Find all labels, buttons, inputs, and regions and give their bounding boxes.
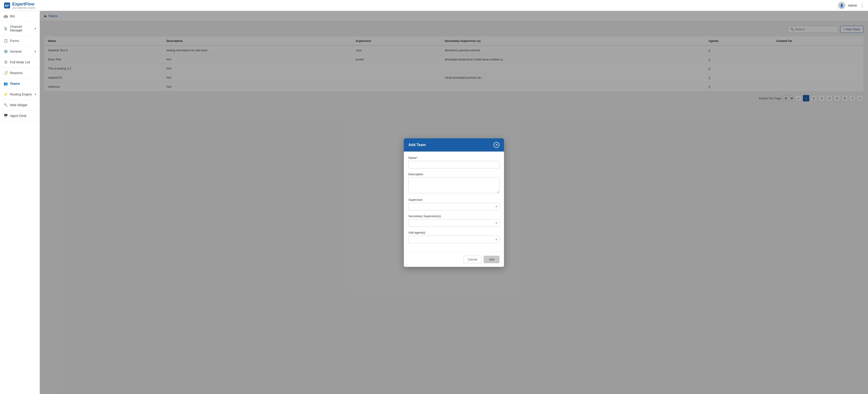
sidebar-item-label: Forms: [10, 39, 19, 43]
app-header: EF ExpertFlow your callcenter experts 👤 …: [0, 0, 868, 11]
sidebar-item-bot[interactable]: 🤖 Bot: [0, 11, 40, 22]
agent-desk-icon: 🖥️: [4, 114, 8, 118]
modal-overlay: Add Team ✕ Name* Description Supervisor: [40, 11, 868, 394]
name-label: Name*: [408, 156, 499, 160]
sidebar-item-teams[interactable]: 👥 Teams: [0, 78, 40, 89]
sidebar-item-label: Reasons: [10, 71, 23, 75]
supervisor-select[interactable]: [408, 203, 499, 210]
name-form-group: Name*: [408, 156, 499, 168]
sidebar: 🤖 Bot 📡 Channel Manager ▾ 📋 Forms ⚙️ Gen…: [0, 11, 40, 394]
svg-text:EF: EF: [5, 4, 9, 7]
sidebar-item-channel-manager[interactable]: 📡 Channel Manager ▾: [0, 22, 40, 35]
add-button[interactable]: Add: [484, 256, 499, 263]
cancel-button[interactable]: Cancel: [463, 256, 481, 263]
secondary-supervisor-select[interactable]: [408, 219, 499, 227]
routing-engine-icon: ⚡: [4, 92, 8, 96]
modal-footer: Cancel Add: [404, 252, 504, 267]
add-agents-form-group: Add agent(s): [408, 231, 499, 243]
sidebar-item-label: Web Widget: [10, 103, 27, 107]
sidebar-item-label: Bot: [10, 15, 15, 18]
sidebar-item-label: General: [10, 50, 22, 53]
avatar: 👤: [838, 2, 845, 9]
web-widget-icon: 🔧: [4, 103, 8, 107]
name-input[interactable]: [408, 161, 499, 168]
chevron-down-icon: ▾: [35, 50, 36, 53]
description-textarea[interactable]: [408, 177, 499, 193]
admin-label: Admin: [848, 4, 857, 7]
add-agents-select[interactable]: [408, 236, 499, 243]
header-right: 👤 Admin ⋮: [838, 2, 864, 9]
logo: EF ExpertFlow your callcenter experts: [4, 2, 35, 9]
sidebar-item-routing-engine[interactable]: ⚡ Routing Engine ▾: [0, 89, 40, 100]
sidebar-item-pull-mode-list[interactable]: ☰ Pull Mode List: [0, 57, 40, 68]
sidebar-item-label: Agent Desk: [10, 114, 26, 118]
chevron-down-icon: ▾: [35, 27, 36, 30]
app-tagline: your callcenter experts: [12, 7, 35, 9]
sidebar-item-web-widget[interactable]: 🔧 Web Widget: [0, 100, 40, 111]
supervisor-label: Supervisor: [408, 198, 499, 201]
sidebar-item-label: Pull Mode List: [10, 60, 30, 64]
description-label: Description: [408, 172, 499, 176]
add-agents-select-wrapper: [408, 236, 499, 243]
modal-body: Name* Description Supervisor: [404, 151, 504, 252]
sidebar-item-label: Channel Manager: [10, 25, 32, 32]
channel-manager-icon: 📡: [4, 26, 8, 31]
teams-icon: 👥: [4, 82, 8, 86]
main-layout: 🤖 Bot 📡 Channel Manager ▾ 📋 Forms ⚙️ Gen…: [0, 11, 868, 394]
general-icon: ⚙️: [4, 50, 8, 54]
app-name: ExpertFlow: [12, 2, 34, 6]
supervisor-select-wrapper: [408, 203, 499, 210]
modal-title: Add Team: [408, 143, 426, 147]
sidebar-item-label: Routing Engine: [10, 92, 32, 96]
forms-icon: 📋: [4, 39, 8, 43]
bot-icon: 🤖: [4, 14, 8, 18]
modal-header: Add Team ✕: [404, 138, 504, 151]
header-menu-button[interactable]: ⋮: [860, 3, 864, 8]
secondary-supervisor-select-wrapper: [408, 219, 499, 227]
sidebar-item-agent-desk[interactable]: 🖥️ Agent Desk: [0, 111, 40, 121]
secondary-supervisor-form-group: Secondary Supervisor(s): [408, 215, 499, 227]
add-agents-label: Add agent(s): [408, 231, 499, 234]
sidebar-item-general[interactable]: ⚙️ General ▾: [0, 46, 40, 57]
description-form-group: Description: [408, 172, 499, 194]
content-area: ▶ Teams 🔍 + New Team Name Description: [40, 11, 868, 394]
logo-icon: EF: [4, 2, 10, 9]
sidebar-item-label: Teams: [10, 82, 20, 85]
reasons-icon: 📝: [4, 71, 8, 75]
secondary-supervisor-label: Secondary Supervisor(s): [408, 215, 499, 218]
sidebar-item-reasons[interactable]: 📝 Reasons: [0, 68, 40, 78]
supervisor-form-group: Supervisor: [408, 198, 499, 210]
pull-mode-icon: ☰: [4, 60, 8, 64]
add-team-modal: Add Team ✕ Name* Description Supervisor: [404, 138, 504, 267]
sidebar-item-forms[interactable]: 📋 Forms: [0, 35, 40, 46]
modal-close-button[interactable]: ✕: [494, 142, 499, 148]
chevron-down-icon: ▾: [35, 93, 36, 96]
